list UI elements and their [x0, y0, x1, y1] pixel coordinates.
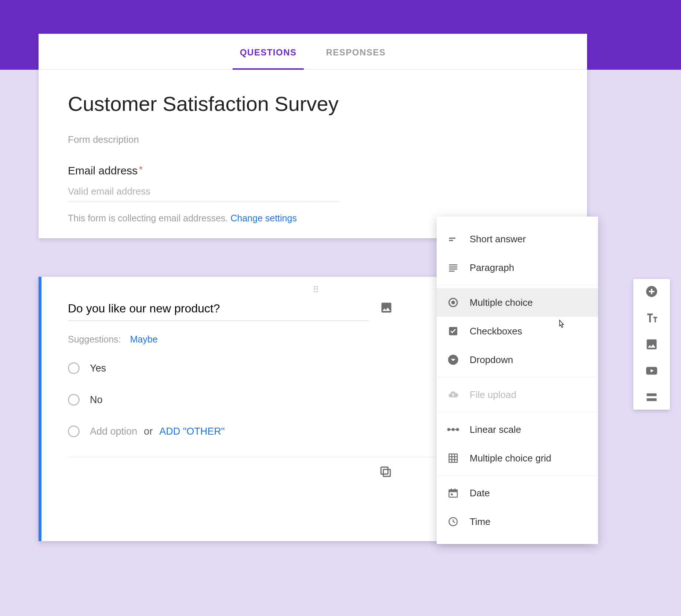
menu-divider — [437, 412, 598, 412]
email-input[interactable] — [68, 179, 339, 202]
form-card: QUESTIONS RESPONSES Customer Satisfactio… — [39, 34, 587, 238]
option-label[interactable]: Yes — [90, 363, 106, 374]
svg-rect-30 — [647, 398, 657, 401]
side-toolbar — [633, 279, 670, 410]
menu-label: Date — [470, 488, 490, 499]
radio-icon — [68, 394, 80, 406]
svg-rect-5 — [449, 267, 458, 268]
checkbox-icon — [447, 325, 459, 337]
radio-checked-icon — [447, 296, 459, 309]
menu-label: Short answer — [470, 233, 526, 245]
grid-icon — [447, 452, 459, 464]
svg-rect-29 — [647, 394, 657, 396]
add-video-button[interactable] — [645, 364, 658, 377]
paragraph-icon — [447, 261, 459, 274]
menu-item-short-answer[interactable]: Short answer — [437, 225, 598, 253]
calendar-icon — [447, 487, 459, 499]
menu-item-dropdown[interactable]: Dropdown — [437, 345, 598, 374]
clock-icon — [447, 515, 459, 528]
linear-scale-icon — [447, 423, 459, 436]
plus-circle-icon — [645, 285, 658, 298]
form-title[interactable]: Customer Satisfaction Survey — [68, 92, 558, 116]
add-image-button[interactable] — [645, 338, 658, 351]
tab-responses[interactable]: RESPONSES — [326, 34, 386, 69]
add-section-button[interactable] — [645, 391, 658, 404]
svg-rect-22 — [449, 490, 458, 492]
add-title-button[interactable] — [645, 311, 658, 325]
menu-item-linear-scale[interactable]: Linear scale — [437, 415, 598, 444]
option-label[interactable]: No — [90, 394, 103, 406]
menu-label: Checkboxes — [470, 326, 522, 337]
svg-point-9 — [451, 301, 455, 304]
svg-rect-1 — [381, 467, 388, 474]
svg-rect-3 — [449, 240, 453, 241]
add-image-button[interactable] — [380, 301, 393, 314]
svg-rect-7 — [449, 271, 455, 272]
change-settings-link[interactable]: Change settings — [230, 213, 297, 223]
add-question-button[interactable] — [645, 285, 658, 298]
question-type-menu: Short answer Paragraph Multiple choice C… — [437, 217, 598, 544]
or-text: or — [144, 426, 153, 437]
image-icon — [380, 301, 393, 314]
menu-label: Multiple choice grid — [470, 453, 551, 464]
svg-rect-23 — [451, 489, 452, 491]
svg-rect-4 — [449, 264, 458, 265]
tab-questions[interactable]: QUESTIONS — [240, 34, 297, 69]
menu-item-date[interactable]: Date — [437, 479, 598, 507]
add-option-text[interactable]: Add option — [90, 426, 137, 437]
form-description[interactable]: Form description — [68, 134, 558, 145]
menu-item-time[interactable]: Time — [437, 507, 598, 536]
radio-icon — [68, 425, 80, 437]
suggestion-chip[interactable]: Maybe — [130, 334, 158, 344]
svg-rect-25 — [451, 493, 453, 495]
menu-divider — [437, 475, 598, 476]
dropdown-icon — [447, 354, 459, 366]
tabs: QUESTIONS RESPONSES — [39, 34, 587, 70]
menu-label: Multiple choice — [470, 297, 533, 308]
svg-rect-2 — [449, 238, 456, 239]
radio-icon — [68, 362, 80, 374]
svg-rect-15 — [449, 429, 458, 430]
menu-item-multiple-choice[interactable]: Multiple choice — [437, 288, 598, 317]
svg-rect-24 — [455, 489, 456, 491]
menu-item-checkboxes[interactable]: Checkboxes — [437, 317, 598, 345]
email-label-text: Email address — [68, 164, 138, 177]
menu-item-file-upload: File upload — [437, 380, 598, 409]
menu-item-paragraph[interactable]: Paragraph — [437, 253, 598, 282]
menu-item-mc-grid[interactable]: Multiple choice grid — [437, 444, 598, 472]
svg-rect-6 — [449, 269, 458, 270]
image-icon — [645, 338, 658, 351]
cloud-upload-icon — [447, 388, 459, 401]
duplicate-button[interactable] — [379, 465, 393, 479]
add-other-button[interactable]: ADD "OTHER" — [159, 426, 225, 437]
required-star-icon: * — [139, 164, 142, 174]
menu-divider — [437, 377, 598, 377]
email-label: Email address* — [68, 164, 558, 177]
form-header: Customer Satisfaction Survey Form descri… — [39, 70, 587, 238]
svg-rect-0 — [383, 470, 390, 477]
question-title-input[interactable] — [68, 295, 369, 321]
short-answer-icon — [447, 233, 459, 245]
menu-label: Paragraph — [470, 262, 514, 273]
menu-label: Dropdown — [470, 354, 513, 366]
section-icon — [645, 391, 658, 404]
svg-rect-16 — [449, 454, 458, 463]
copy-icon — [379, 465, 393, 479]
collecting-text: This form is collecting email addresses. — [68, 213, 230, 223]
menu-divider — [437, 285, 598, 285]
email-question: Email address* This form is collecting e… — [68, 164, 558, 224]
menu-label: Time — [470, 516, 491, 528]
text-icon — [645, 311, 658, 325]
menu-label: Linear scale — [470, 424, 521, 435]
video-icon — [645, 364, 658, 377]
menu-label: File upload — [470, 389, 516, 401]
suggestions-label: Suggestions: — [68, 334, 121, 344]
